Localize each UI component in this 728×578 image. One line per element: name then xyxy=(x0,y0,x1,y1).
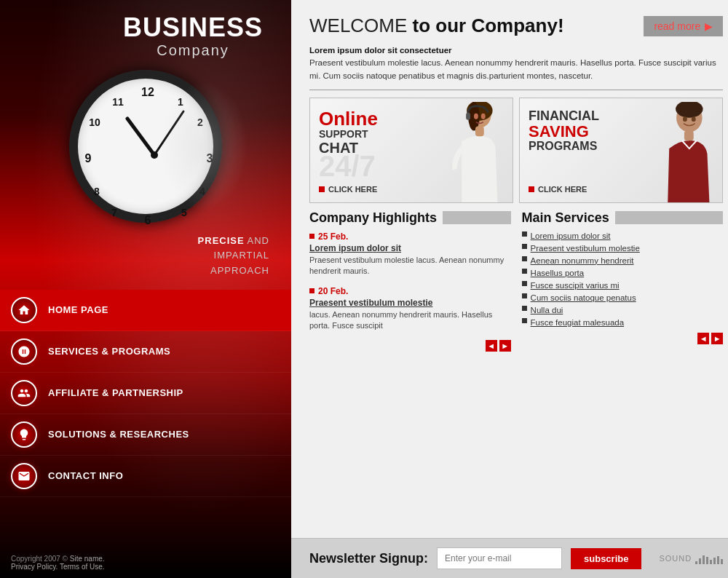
highlight-date-1: 25 Feb. xyxy=(309,231,511,242)
services-footer: ◄ ► xyxy=(522,333,724,344)
list-item: Lorem ipsum dolor sit xyxy=(522,231,724,240)
svg-text:9: 9 xyxy=(85,152,92,165)
nav-item-contact[interactable]: CONTACT Info xyxy=(0,456,291,497)
nav-icon-home xyxy=(11,297,37,323)
services-prev-button[interactable]: ◄ xyxy=(697,333,709,344)
bullet-sq-icon xyxy=(522,256,527,261)
list-item: Fusce feugiat malesuada xyxy=(522,318,724,327)
svg-text:7: 7 xyxy=(111,207,117,218)
sound-bar xyxy=(699,558,701,564)
highlights-header-bar xyxy=(443,211,511,224)
svg-rect-19 xyxy=(466,113,470,120)
highlights-title: Company Highlights xyxy=(309,210,437,226)
terms-link[interactable]: Terms of Use. xyxy=(60,563,105,571)
sound-bar xyxy=(717,556,719,564)
services-column: Main Services Lorem ipsum dolor sitPraes… xyxy=(522,210,724,352)
click-square-right-icon xyxy=(529,186,534,192)
list-item: Aenean nonummy hendrerit xyxy=(522,256,724,265)
content-area: WELCOME to our Company! read more ▶ Lore… xyxy=(291,0,728,538)
bullet-sq-icon xyxy=(522,306,527,311)
highlights-header: Company Highlights xyxy=(309,210,511,226)
service-link[interactable]: Nulla dui xyxy=(531,306,563,314)
clock-ghost xyxy=(160,81,248,212)
services-list: Lorem ipsum dolor sitPraesent vestibulum… xyxy=(522,231,724,327)
list-item: Nulla dui xyxy=(522,306,724,314)
services-title: Main Services xyxy=(522,210,609,226)
main-content: WELCOME to our Company! read more ▶ Lore… xyxy=(291,0,728,578)
sound-bars[interactable] xyxy=(695,553,723,564)
svg-text:8: 8 xyxy=(94,186,100,197)
brand-title: BUSINESS xyxy=(95,13,291,42)
banner-financial[interactable]: Financial SAVING PROGRAMS xyxy=(519,98,723,203)
banner-support-chat[interactable]: Online SUPPORT CHAT 24/7 xyxy=(309,98,513,203)
highlight-link-1[interactable]: Lorem ipsum dolor sit xyxy=(309,243,511,253)
clock: 12 3 6 9 1 2 4 5 7 8 10 11 xyxy=(66,66,226,226)
woman-silhouette xyxy=(436,102,509,202)
bullet-sq-icon xyxy=(522,293,527,298)
service-link[interactable]: Cum sociis natoque penatus xyxy=(531,293,636,302)
nav-item-services[interactable]: SERVICES & Programs xyxy=(0,331,291,373)
newsletter-bar: Newsletter Signup: subscribe SOUND xyxy=(291,538,728,578)
click-square-icon xyxy=(319,186,325,192)
highlight-date-2: 20 Feb. xyxy=(309,286,511,296)
service-link[interactable]: Praesent vestibulum molestie xyxy=(531,244,640,253)
two-columns: Company Highlights 25 Feb. Lorem ipsum d… xyxy=(309,210,723,352)
svg-text:12: 12 xyxy=(141,86,154,98)
highlight-link-2[interactable]: Praesent vestibulum molestie xyxy=(309,298,511,308)
service-link[interactable]: Fusce feugiat malesuada xyxy=(531,318,625,327)
divider xyxy=(309,90,723,90)
bullet-sq-icon xyxy=(522,244,527,249)
read-more-button[interactable]: read more ▶ xyxy=(644,16,723,36)
service-link[interactable]: Hasellus porta xyxy=(531,269,585,277)
nav-item-solutions[interactable]: SOLUTIONS & Researches xyxy=(0,414,291,456)
svg-line-12 xyxy=(127,119,154,155)
nav-label-solutions: SOLUTIONS & Researches xyxy=(48,429,189,440)
svg-point-21 xyxy=(481,114,486,119)
services-next-button[interactable]: ► xyxy=(711,333,723,344)
bullet-sq-icon xyxy=(522,318,527,323)
nav-item-home[interactable]: HOME Page xyxy=(0,290,291,331)
banner-row: Online SUPPORT CHAT 24/7 xyxy=(309,98,723,203)
highlights-prev-button[interactable]: ◄ xyxy=(486,340,497,352)
nav-icon-services xyxy=(11,339,37,365)
sound-bar xyxy=(710,560,712,564)
list-item: Hasellus porta xyxy=(522,269,724,277)
svg-point-25 xyxy=(683,116,687,122)
click-here-right[interactable]: CLICK HERE xyxy=(529,185,587,194)
nav-label-home: HOME Page xyxy=(48,304,108,315)
svg-text:6: 6 xyxy=(145,214,151,226)
highlights-next-button[interactable]: ► xyxy=(499,340,511,352)
svg-rect-24 xyxy=(684,130,694,140)
sound-area: SOUND xyxy=(659,553,723,564)
bullet-icon-2 xyxy=(309,288,314,293)
service-link[interactable]: Aenean nonummy hendrerit xyxy=(531,256,634,265)
sound-bar xyxy=(706,557,708,564)
nav-icon-affiliate xyxy=(11,380,37,406)
svg-point-26 xyxy=(692,116,696,122)
highlight-body-1: Praesent vestibulum molestie lacus. Aene… xyxy=(309,255,511,277)
bullet-sq-icon xyxy=(522,269,527,274)
svg-point-14 xyxy=(151,151,158,159)
nav-label-affiliate: AFFILIATE & Partnership xyxy=(48,387,183,398)
sound-label: SOUND xyxy=(659,554,692,563)
brand: BUSINESS Company xyxy=(0,13,291,59)
services-header: Main Services xyxy=(522,210,724,226)
welcome-body: Lorem ipsum dolor sit consectetuer Praes… xyxy=(309,44,723,82)
nav-item-affiliate[interactable]: AFFILIATE & Partnership xyxy=(0,373,291,414)
newsletter-email-input[interactable] xyxy=(437,547,562,569)
welcome-row: WELCOME to our Company! read more ▶ xyxy=(309,15,723,37)
site-name-link[interactable]: Site name. xyxy=(70,555,105,563)
service-link[interactable]: Lorem ipsum dolor sit xyxy=(531,231,611,240)
svg-point-20 xyxy=(474,114,478,119)
highlights-footer: ◄ ► xyxy=(309,340,511,352)
copyright: Copyright 2007 © Site name. Privacy Poli… xyxy=(11,555,105,571)
tagline-text: PRECISE AND IMPARTIAL APPROACH xyxy=(0,234,269,279)
subscribe-button[interactable]: subscribe xyxy=(571,548,641,569)
service-link[interactable]: Fusce suscipit varius mi xyxy=(531,281,620,290)
click-here-left[interactable]: CLICK HERE xyxy=(319,185,377,194)
bullet-icon xyxy=(309,234,314,239)
nav-label-contact: CONTACT Info xyxy=(48,470,123,481)
nav-icon-solutions xyxy=(11,421,37,448)
arrow-icon: ▶ xyxy=(705,20,713,32)
privacy-link[interactable]: Privacy Policy. xyxy=(11,563,58,571)
